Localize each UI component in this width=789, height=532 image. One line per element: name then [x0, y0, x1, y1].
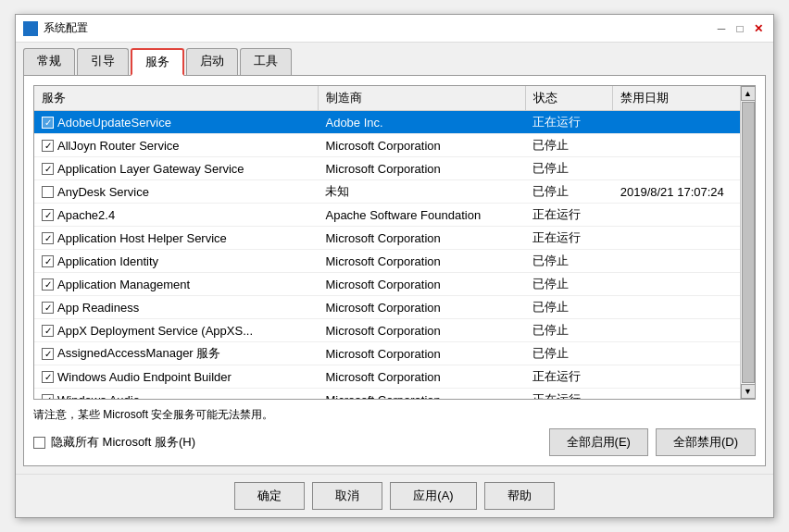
table-row[interactable]: Application IdentityMicrosoft Corporatio…	[34, 250, 755, 273]
minimize-button[interactable]: ─	[714, 21, 729, 36]
service-status: 正在运行	[525, 389, 612, 401]
service-date	[613, 319, 755, 342]
help-button[interactable]: 帮助	[484, 482, 555, 510]
service-name: AdobeUpdateService	[57, 116, 171, 130]
service-date	[613, 134, 755, 157]
service-name: Application Host Helper Service	[57, 231, 227, 245]
tab-boot[interactable]: 引导	[77, 48, 129, 75]
table-row[interactable]: Windows Audio Endpoint BuilderMicrosoft …	[34, 365, 755, 389]
service-list-container: 服务 制造商 状态 禁用日期 AdobeUpdateServiceAdobe I…	[33, 85, 756, 400]
table-row[interactable]: Application ManagementMicrosoft Corporat…	[34, 273, 755, 296]
service-status: 正在运行	[525, 204, 612, 227]
table-row[interactable]: Application Layer Gateway ServiceMicroso…	[34, 157, 755, 180]
tab-general[interactable]: 常规	[23, 48, 75, 75]
window-title: 系统配置	[44, 20, 88, 36]
service-name: App Readiness	[57, 301, 139, 315]
scrollbar[interactable]: ▲ ▼	[740, 86, 755, 399]
close-button[interactable]: ✕	[751, 21, 766, 36]
tab-services[interactable]: 服务	[131, 48, 184, 76]
enable-all-button[interactable]: 全部启用(E)	[549, 428, 648, 456]
cancel-button[interactable]: 取消	[312, 482, 382, 510]
table-row[interactable]: Windows AudioMicrosoft Corporation正在运行	[34, 389, 755, 401]
table-row[interactable]: App ReadinessMicrosoft Corporation已停止	[34, 296, 755, 319]
service-name: Application Management	[57, 278, 190, 291]
service-status: 已停止	[525, 296, 612, 319]
service-checkbox[interactable]	[42, 394, 54, 401]
hide-ms-checkbox[interactable]	[33, 437, 45, 449]
enable-disable-buttons: 全部启用(E) 全部禁用(D)	[549, 428, 756, 456]
service-checkbox[interactable]	[42, 163, 54, 175]
service-checkbox[interactable]	[42, 186, 54, 198]
service-vendor: Microsoft Corporation	[318, 273, 525, 296]
scroll-down-button[interactable]: ▼	[741, 384, 756, 399]
scroll-up-button[interactable]: ▲	[741, 86, 756, 101]
service-name: Application Identity	[57, 254, 158, 268]
service-name: AppX Deployment Service (AppXS...	[57, 324, 253, 338]
service-vendor: Microsoft Corporation	[318, 296, 525, 319]
service-table: 服务 制造商 状态 禁用日期 AdobeUpdateServiceAdobe I…	[34, 86, 755, 400]
scroll-thumb[interactable]	[742, 102, 755, 383]
table-row[interactable]: AllJoyn Router ServiceMicrosoft Corporat…	[34, 134, 755, 157]
col-header-vendor: 制造商	[318, 86, 525, 111]
tab-bar: 常规 引导 服务 启动 工具	[16, 43, 773, 75]
service-date	[613, 111, 755, 134]
service-date: 2019/8/21 17:07:24	[613, 180, 755, 204]
service-date	[613, 157, 755, 180]
service-status: 正在运行	[525, 111, 612, 134]
table-row[interactable]: Application Host Helper ServiceMicrosoft…	[34, 227, 755, 250]
service-checkbox[interactable]	[42, 302, 54, 314]
service-vendor: Microsoft Corporation	[318, 134, 525, 157]
title-controls: ─ □ ✕	[714, 21, 766, 36]
service-date	[613, 250, 755, 273]
service-status: 正在运行	[525, 365, 612, 389]
disable-all-button[interactable]: 全部禁用(D)	[656, 428, 756, 456]
table-row[interactable]: AssignedAccessManager 服务Microsoft Corpor…	[34, 342, 755, 365]
service-checkbox[interactable]	[42, 325, 54, 337]
service-vendor: Microsoft Corporation	[318, 319, 525, 342]
service-name: Apache2.4	[57, 208, 115, 222]
table-row[interactable]: AdobeUpdateServiceAdobe Inc.正在运行	[34, 111, 755, 134]
service-name: AllJoyn Router Service	[57, 139, 180, 153]
ok-button[interactable]: 确定	[234, 482, 305, 510]
maximize-button[interactable]: □	[733, 21, 747, 36]
service-checkbox[interactable]	[42, 278, 54, 291]
service-date	[613, 204, 755, 227]
service-vendor: Microsoft Corporation	[318, 389, 525, 401]
apply-button[interactable]: 应用(A)	[390, 482, 476, 510]
table-row[interactable]: AppX Deployment Service (AppXS...Microso…	[34, 319, 755, 342]
hide-ms-label: 隐藏所有 Microsoft 服务(H)	[51, 434, 195, 451]
tab-startup[interactable]: 启动	[186, 48, 238, 75]
service-name: AnyDesk Service	[57, 185, 149, 199]
col-header-date: 禁用日期	[613, 86, 755, 111]
service-status: 已停止	[525, 250, 612, 273]
service-name: Application Layer Gateway Service	[57, 162, 244, 176]
title-bar-left: 系统配置	[23, 20, 88, 36]
service-checkbox[interactable]	[42, 209, 54, 221]
service-date	[613, 227, 755, 250]
tab-tools[interactable]: 工具	[240, 48, 292, 75]
col-header-service: 服务	[34, 86, 318, 111]
service-vendor: Microsoft Corporation	[318, 227, 525, 250]
service-date	[613, 389, 755, 401]
service-checkbox[interactable]	[42, 255, 54, 267]
table-row[interactable]: Apache2.4Apache Software Foundation正在运行	[34, 204, 755, 227]
title-bar: 系统配置 ─ □ ✕	[16, 15, 773, 43]
service-date	[613, 273, 755, 296]
service-date	[613, 365, 755, 389]
service-vendor: Microsoft Corporation	[318, 157, 525, 180]
service-checkbox[interactable]	[42, 348, 54, 360]
service-vendor: Adobe Inc.	[318, 111, 525, 134]
service-checkbox[interactable]	[42, 117, 54, 129]
service-status: 已停止	[525, 134, 612, 157]
bottom-actions: 隐藏所有 Microsoft 服务(H) 全部启用(E) 全部禁用(D)	[33, 428, 756, 456]
app-icon	[23, 21, 38, 36]
table-row[interactable]: AnyDesk Service未知已停止2019/8/21 17:07:24	[34, 180, 755, 204]
service-name: Windows Audio Endpoint Builder	[57, 370, 232, 384]
service-checkbox[interactable]	[42, 371, 54, 383]
service-vendor: 未知	[318, 180, 525, 204]
service-checkbox[interactable]	[42, 140, 54, 152]
service-vendor: Microsoft Corporation	[318, 250, 525, 273]
service-checkbox[interactable]	[42, 232, 54, 244]
service-vendor: Microsoft Corporation	[318, 365, 525, 389]
service-vendor: Microsoft Corporation	[318, 342, 525, 365]
